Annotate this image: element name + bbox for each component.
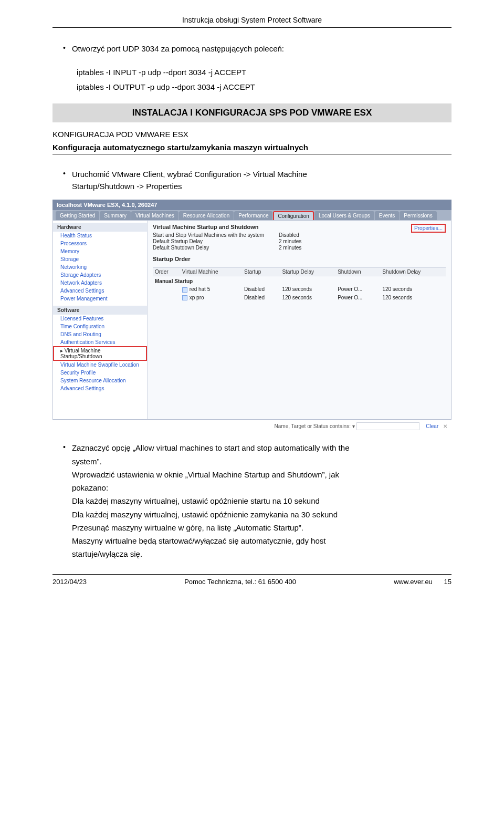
tab-events[interactable]: Events [375,211,400,220]
cell-startup: Disabled [242,285,280,293]
sidebar-item-storage[interactable]: Storage [53,255,147,263]
kv-key: Default Startup Delay [153,238,279,244]
sidebar-item-vm-startup-shutdown[interactable]: ▸ Virtual Machine Startup/Shutdown [53,346,147,361]
sidebar-item-hw-advanced[interactable]: Advanced Settings [53,287,147,295]
bullet-icon: • [63,43,66,54]
settings-line1: Wprowadzić ustawienia w oknie „Virtual M… [72,469,350,481]
kv-val: 2 minutes [279,238,331,244]
auto-start-line1: Maszyny wirtualne będą startować/wyłącza… [72,535,350,547]
col-shutdown[interactable]: Shutdown [335,268,380,276]
vmware-sidebar: Hardware Health Status Processors Memory… [53,221,148,419]
cell-vm-text: red hat 5 [190,286,210,292]
allow-vm-bullet: • Zaznaczyć opcję „Allow virtual machine… [63,442,452,561]
close-icon[interactable]: ✕ [443,423,447,429]
vmware-step-line1: Uruchomić VMware Client, wybrać Configur… [72,168,439,180]
tab-virtual-machines[interactable]: Virtual Machines [131,211,178,220]
tab-performance[interactable]: Performance [234,211,272,220]
tab-configuration[interactable]: Configuration [273,211,313,220]
clear-link[interactable]: Clear [426,423,438,429]
allow-vm-line2: system”. [72,455,350,467]
sidebar-item-networking[interactable]: Networking [53,263,147,271]
table-row[interactable]: red hat 5 Disabled 120 seconds Power O..… [153,285,446,293]
page-footer: 2012/04/23 Pomoc Techniczna, tel.: 61 65… [52,575,452,586]
sidebar-item-sys-resource[interactable]: System Resource Allocation [53,377,147,384]
col-startup-delay[interactable]: Startup Delay [280,268,335,276]
section-banner: INSTALACJA I KONFIGURACJA SPS POD VMWARE… [52,103,452,122]
vmware-window-title: localhost VMware ESX, 4.1.0, 260247 [52,200,452,210]
tab-local-users[interactable]: Local Users & Groups [314,211,374,220]
cell-shutdown-delay: 120 seconds [380,285,446,293]
bullet-icon: • [63,442,66,453]
sidebar-item-memory[interactable]: Memory [53,247,147,255]
sidebar-item-power-mgmt[interactable]: Power Management [53,295,147,303]
properties-link[interactable]: Properties... [411,224,446,233]
col-startup[interactable]: Startup [242,268,280,276]
cell-startup-delay: 120 seconds [280,294,335,301]
tab-resource-allocation[interactable]: Resource Allocation [179,211,234,220]
sidebar-item-label: Virtual Machine Startup/Shutdown [60,348,102,359]
footer-page-number: 15 [444,578,452,586]
iptables-cmd-output: iptables -I OUTPUT -p udp --dport 3034 -… [77,81,452,93]
move-up-line: Przesunąć maszyny wirtualne w górę, na l… [72,522,350,534]
sidebar-item-sw-advanced[interactable]: Advanced Settings [53,384,147,392]
vmware-main-panel: Properties... Virtual Machine Startup an… [148,221,451,419]
start-delay-line: Dla każdej maszyny wirtualnej, ustawić o… [72,495,350,507]
page-header: Instrukcja obsługi System Protect Softwa… [52,16,452,24]
vmware-tabs: Getting Started Summary Virtual Machines… [52,210,452,220]
kv-val: 2 minutes [279,245,331,251]
cell-vm: xp pro [180,294,242,301]
vmware-screenshot: localhost VMware ESX, 4.1.0, 260247 Gett… [52,200,452,432]
kv-row: Default Startup Delay2 minutes [153,238,446,244]
startup-order-table: Order Virtual Machine Startup Startup De… [153,267,446,301]
cell-vm-text: xp pro [190,295,204,300]
tab-summary[interactable]: Summary [100,211,131,220]
tab-getting-started[interactable]: Getting Started [56,211,99,220]
cell-startup-delay: 120 seconds [280,285,335,293]
panel-title: Virtual Machine Startup and Shutdown [153,224,446,230]
filter-input[interactable] [356,422,419,430]
table-row[interactable]: xp pro Disabled 120 seconds Power O... 1… [153,294,446,301]
footer-support: Pomoc Techniczna, tel.: 61 6500 400 [184,578,296,586]
col-vm[interactable]: Virtual Machine [180,268,242,276]
cell-shutdown-delay: 120 seconds [380,294,446,301]
sidebar-item-time[interactable]: Time Configuration [53,323,147,330]
sidebar-item-network-adapters[interactable]: Network Adapters [53,279,147,287]
footer-url: www.ever.eu [394,578,433,586]
sidebar-item-processors[interactable]: Processors [53,240,147,247]
sidebar-item-auth[interactable]: Authentication Services [53,338,147,346]
sidebar-item-health-status[interactable]: Health Status [53,232,147,240]
tab-permissions[interactable]: Permissions [400,211,436,220]
auto-start-line2: startuje/wyłącza się. [72,548,350,560]
subhead-konfiguracja-esx: KONFIGURACJA POD VMWARE ESX [52,130,452,139]
sidebar-item-security[interactable]: Security Profile [53,369,147,377]
vmware-step: • Uruchomić VMware Client, wybrać Config… [63,168,452,193]
sidebar-item-dns[interactable]: DNS and Routing [53,330,147,338]
table-section-manual: Manual Startup [153,276,446,286]
cell-shutdown: Power O... [335,294,380,301]
sidebar-head-software: Software [53,306,147,315]
header-rule [52,27,452,28]
kv-row: Start and Stop Virtual Machines with the… [153,232,446,238]
vmware-step-line2: Startup/Shutdown -> Properties [72,180,439,192]
cell-order [153,294,180,301]
intro-bullet: • Otworzyć port UDP 3034 za pomocą nastę… [63,43,452,55]
sidebar-head-hardware: Hardware [53,223,147,232]
sidebar-item-licensed[interactable]: Licensed Features [53,315,147,323]
cell-shutdown: Power O... [335,285,380,293]
kv-val: Disabled [279,232,331,238]
iptables-cmd-input: iptables -I INPUT -p udp --dport 3034 -j… [77,66,452,78]
allow-vm-line1: Zaznaczyć opcję „Allow virtual machines … [72,442,350,454]
filter-bar: Name, Target or Status contains: ▾ Clear… [52,420,452,432]
shutdown-delay-line: Dla każdej maszyny wirtualnej, ustawić o… [72,508,350,521]
kv-key: Default Shutdown Delay [153,245,279,251]
col-shutdown-delay[interactable]: Shutdown Delay [380,268,446,276]
footer-date: 2012/04/23 [52,578,87,586]
intro-text: Otworzyć port UDP 3034 za pomocą następu… [72,43,284,55]
sidebar-item-storage-adapters[interactable]: Storage Adapters [53,271,147,279]
subhead-autostart: Konfiguracja automatycznego startu/zamyk… [52,143,452,154]
section-label: Manual Startup [153,276,446,286]
sidebar-item-swapfile[interactable]: Virtual Machine Swapfile Location [53,361,147,369]
filter-label: Name, Target or Status contains: ▾ [275,423,355,429]
col-order[interactable]: Order [153,268,180,276]
cell-startup: Disabled [242,294,280,301]
